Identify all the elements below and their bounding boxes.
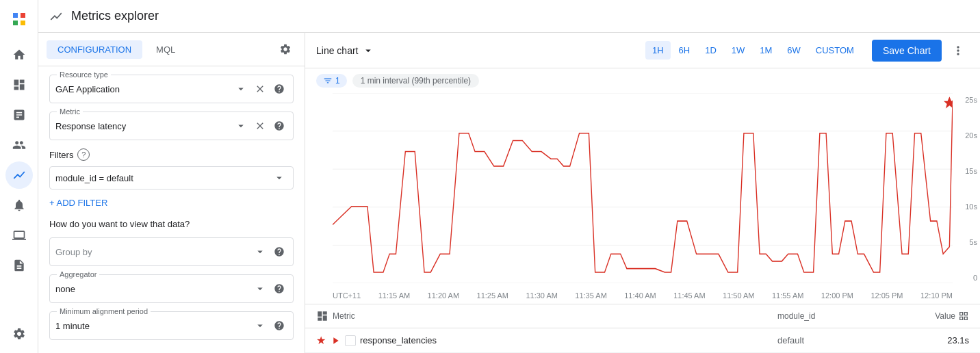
- row-checkbox[interactable]: [345, 335, 356, 346]
- settings-gear-button[interactable]: [274, 38, 296, 60]
- sidebar: [0, 0, 38, 353]
- aggregator-label: Aggregator: [57, 270, 99, 278]
- y-label-25s: 25s: [965, 96, 977, 104]
- table-row: ★ response_latencies default 23.1s: [305, 328, 980, 353]
- resource-type-clear-btn[interactable]: [252, 81, 268, 97]
- main-content: Metrics explorer CONFIGURATION MQL Resou…: [38, 0, 980, 353]
- more-options-button[interactable]: [947, 40, 969, 62]
- min-alignment-dropdown-btn[interactable]: [252, 317, 268, 334]
- right-panel: Line chart 1H 6H 1D 1W 1M 6W CUSTOM Save…: [305, 33, 980, 353]
- sidebar-item-monitor[interactable]: [5, 222, 33, 249]
- form-section: Resource type GAE Application: [38, 66, 305, 353]
- time-btn-6w[interactable]: 6W: [780, 41, 808, 60]
- tab-bar: CONFIGURATION MQL: [38, 33, 305, 66]
- more-vert-icon: [951, 44, 965, 57]
- metric-help-btn[interactable]: [271, 118, 287, 134]
- row-arrow-icon: [330, 335, 341, 346]
- time-btn-custom[interactable]: CUSTOM: [809, 41, 861, 60]
- left-panel: CONFIGURATION MQL Resource type GAE Appl…: [38, 33, 305, 353]
- tab-mql[interactable]: MQL: [145, 40, 186, 59]
- aggregator-field: Aggregator none: [49, 274, 294, 303]
- group-by-placeholder[interactable]: Group by: [55, 247, 252, 257]
- table-header: Metric module_id Value: [305, 304, 980, 328]
- time-btn-1h[interactable]: 1H: [645, 41, 671, 60]
- line-chart-svg: [333, 93, 953, 283]
- chart-type-label: Line chart: [316, 45, 358, 56]
- sidebar-item-home[interactable]: [5, 41, 33, 68]
- svg-marker-10: [944, 96, 953, 108]
- time-btn-6h[interactable]: 6H: [672, 41, 697, 60]
- y-axis-labels: 25s 20s 15s 10s 5s 0: [965, 93, 977, 285]
- time-btn-1d[interactable]: 1D: [698, 41, 723, 60]
- y-label-10s: 10s: [965, 202, 977, 211]
- aggregator-help-btn[interactable]: [271, 280, 287, 297]
- sidebar-item-document[interactable]: [5, 252, 33, 279]
- row-module-id: default: [777, 335, 914, 345]
- filter-list-icon: [323, 76, 333, 86]
- save-chart-button[interactable]: Save Chart: [872, 40, 942, 62]
- col-module-header: module_id: [777, 311, 914, 321]
- chart-toolbar: Line chart 1H 6H 1D 1W 1M 6W CUSTOM Save…: [305, 33, 980, 68]
- y-label-0: 0: [965, 274, 977, 282]
- min-alignment-label: Minimum alignment period: [57, 307, 151, 315]
- group-by-field: Group by: [49, 237, 294, 266]
- row-star-icon[interactable]: ★: [316, 334, 326, 347]
- time-btn-1m[interactable]: 1M: [753, 41, 779, 60]
- grid-view-icon[interactable]: [958, 311, 969, 322]
- filters-help-icon[interactable]: ?: [77, 148, 90, 161]
- filter-value[interactable]: module_id = default: [55, 173, 133, 183]
- resource-type-help-btn[interactable]: [271, 81, 287, 97]
- app-logo: [5, 5, 33, 33]
- time-range-buttons: 1H 6H 1D 1W 1M 6W CUSTOM: [645, 41, 861, 60]
- resource-type-value[interactable]: GAE Application: [55, 84, 233, 94]
- time-btn-1w[interactable]: 1W: [725, 41, 752, 60]
- add-filter-button[interactable]: + ADD FILTER: [49, 195, 107, 211]
- header-logo-icon: [49, 10, 63, 23]
- group-by-help-btn[interactable]: [271, 244, 287, 260]
- filter-chip: module_id = default: [49, 166, 294, 189]
- legend-count-badge[interactable]: 1: [316, 74, 347, 88]
- y-label-20s: 20s: [965, 131, 977, 140]
- sidebar-item-dashboard[interactable]: [5, 71, 33, 99]
- sidebar-item-table[interactable]: [5, 101, 33, 129]
- interval-badge[interactable]: 1 min interval (99th percentile): [352, 74, 479, 88]
- content-area: CONFIGURATION MQL Resource type GAE Appl…: [38, 33, 980, 353]
- metric-dropdown-btn[interactable]: [233, 118, 249, 134]
- x-axis-labels: UTC+11 11:15 AM 11:20 AM 11:25 AM 11:30 …: [333, 287, 953, 304]
- row-value: 23.1s: [914, 335, 969, 345]
- filter-expand-btn[interactable]: [271, 170, 287, 186]
- metric-field: Metric Response latency: [49, 112, 294, 140]
- resource-type-dropdown-btn[interactable]: [233, 81, 249, 97]
- resource-type-label: Resource type: [57, 70, 111, 79]
- group-by-dropdown-btn[interactable]: [252, 244, 268, 260]
- data-table: Metric module_id Value ★ re: [305, 304, 980, 353]
- aggregator-value[interactable]: none: [55, 284, 252, 294]
- min-alignment-value[interactable]: 1 minute: [55, 321, 252, 331]
- table-chart-icon: [316, 310, 328, 322]
- y-label-15s: 15s: [965, 167, 977, 175]
- svg-rect-2: [13, 21, 18, 25]
- metric-value[interactable]: Response latency: [55, 121, 233, 131]
- show-advanced-button[interactable]: SHOW ADVANCED OPTIONS: [49, 348, 184, 353]
- tab-configuration[interactable]: CONFIGURATION: [47, 40, 142, 59]
- svg-rect-3: [21, 21, 25, 25]
- sidebar-item-chart[interactable]: [5, 161, 33, 189]
- page-title: Metrics explorer: [71, 9, 159, 23]
- chart-type-dropdown-icon: [362, 44, 374, 57]
- svg-rect-0: [13, 13, 18, 18]
- metric-clear-btn[interactable]: [252, 118, 268, 134]
- row-metric-name: response_latencies: [360, 335, 437, 345]
- sidebar-item-bell[interactable]: [5, 192, 33, 219]
- top-header: Metrics explorer: [38, 0, 980, 33]
- aggregator-dropdown-btn[interactable]: [252, 280, 268, 297]
- sidebar-item-people[interactable]: [5, 131, 33, 159]
- view-question: How do you want to view that data?: [49, 219, 294, 229]
- svg-rect-1: [21, 13, 25, 18]
- min-alignment-help-btn[interactable]: [271, 317, 287, 334]
- col-value-header: Value: [935, 311, 955, 321]
- min-alignment-field: Minimum alignment period 1 minute: [49, 311, 294, 340]
- chart-legend-bar: 1 1 min interval (99th percentile): [305, 68, 980, 93]
- chart-type-button[interactable]: Line chart: [316, 44, 374, 57]
- metric-label: Metric: [57, 107, 83, 116]
- sidebar-item-settings[interactable]: [5, 320, 33, 348]
